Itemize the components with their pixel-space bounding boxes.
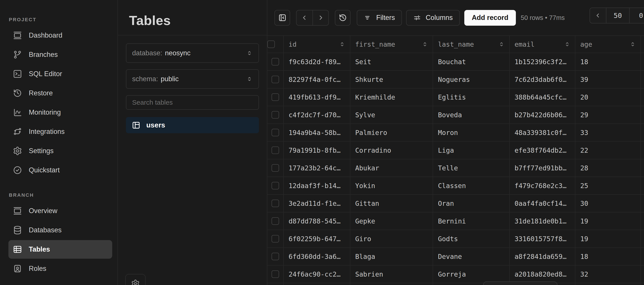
row-checkbox[interactable] bbox=[272, 76, 279, 83]
prev-page-button[interactable] bbox=[590, 8, 606, 23]
cell-id[interactable]: 6f02259b-647… bbox=[284, 230, 350, 248]
cell-first-name[interactable]: Sylve bbox=[350, 106, 433, 124]
cell-last-name[interactable]: Devane bbox=[433, 248, 510, 265]
cell-first-name[interactable]: Kriemhilde bbox=[350, 88, 433, 106]
cell-last-name[interactable]: Boveda bbox=[433, 106, 510, 124]
cell-age[interactable]: 25 bbox=[576, 177, 641, 194]
cell-age[interactable]: 30 bbox=[576, 195, 641, 212]
cell-id[interactable]: d87dd788-545… bbox=[284, 212, 350, 230]
table-list-item-users[interactable]: users bbox=[126, 117, 259, 133]
sidebar-item-branches[interactable]: Branches bbox=[8, 45, 112, 64]
cell-id[interactable]: f9c63d2d-f89… bbox=[284, 53, 350, 70]
cell-id[interactable]: 6fd360dd-3a6… bbox=[284, 248, 350, 265]
search-tables-input[interactable] bbox=[126, 95, 259, 110]
row-checkbox[interactable] bbox=[272, 253, 279, 260]
cell-age[interactable]: 22 bbox=[576, 142, 641, 159]
row-checkbox[interactable] bbox=[272, 111, 279, 118]
cell-email[interactable]: efe38f764db2… bbox=[510, 142, 576, 159]
query-history-button[interactable] bbox=[335, 10, 350, 26]
cell-email[interactable]: a2018a820ed8… bbox=[510, 266, 576, 283]
cell-id[interactable]: 12daaf3f-b14… bbox=[284, 177, 350, 194]
row-checkbox[interactable] bbox=[272, 182, 279, 190]
cell-last-name[interactable]: Gorreja bbox=[433, 266, 510, 283]
cell-age[interactable]: 32 bbox=[576, 266, 641, 283]
cell-age[interactable]: 18 bbox=[576, 53, 641, 70]
cell-last-name[interactable]: Godts bbox=[433, 230, 510, 248]
row-checkbox[interactable] bbox=[272, 164, 279, 172]
cell-id[interactable]: 177a23b2-64c… bbox=[284, 159, 350, 176]
cell-email[interactable]: 3316015757f8… bbox=[510, 230, 576, 248]
cell-email[interactable]: f479c768e2c3… bbox=[510, 177, 576, 194]
cell-id[interactable]: 419fb613-df9… bbox=[284, 88, 350, 106]
schema-select[interactable]: schema: public bbox=[126, 69, 259, 89]
sidebar-item-roles[interactable]: Roles bbox=[8, 259, 112, 278]
cell-last-name[interactable]: Bernini bbox=[433, 212, 510, 230]
cell-id[interactable]: 194a9b4a-58b… bbox=[284, 124, 350, 141]
forward-button[interactable] bbox=[312, 10, 328, 25]
row-checkbox[interactable] bbox=[272, 94, 279, 101]
cell-first-name[interactable]: Palmiero bbox=[350, 124, 433, 141]
back-button[interactable] bbox=[296, 10, 312, 25]
panel-settings-button[interactable] bbox=[125, 274, 146, 285]
cell-email[interactable]: a8f2841da659… bbox=[510, 248, 576, 265]
cell-first-name[interactable]: Yokin bbox=[350, 177, 433, 194]
cell-age[interactable]: 33 bbox=[576, 124, 641, 141]
sidebar-item-dashboard[interactable]: Dashboard bbox=[8, 26, 112, 45]
add-record-button[interactable]: Add record bbox=[464, 10, 516, 26]
cell-age[interactable]: 20 bbox=[576, 88, 641, 106]
column-header-last-name[interactable]: last_name bbox=[433, 36, 510, 53]
cell-email[interactable]: 7c62d3dab6f0… bbox=[510, 71, 576, 88]
cell-age[interactable]: 19 bbox=[576, 230, 641, 248]
select-all-checkbox[interactable] bbox=[267, 40, 275, 48]
cell-email[interactable]: 31de181de0b1… bbox=[510, 212, 576, 230]
cell-first-name[interactable]: Sabrien bbox=[350, 266, 433, 283]
cell-age[interactable]: 18 bbox=[576, 248, 641, 265]
row-checkbox[interactable] bbox=[272, 58, 279, 66]
row-checkbox[interactable] bbox=[272, 235, 279, 242]
cell-email[interactable]: b27b422d6b06… bbox=[510, 106, 576, 124]
cell-last-name[interactable]: Eglitis bbox=[433, 88, 510, 106]
cell-email[interactable]: 388b64a45cfc… bbox=[510, 88, 576, 106]
row-checkbox[interactable] bbox=[272, 200, 279, 207]
row-checkbox[interactable] bbox=[272, 270, 279, 278]
cell-email[interactable]: 0aaf4fa0cf14… bbox=[510, 195, 576, 212]
cell-last-name[interactable]: Telle bbox=[433, 159, 510, 176]
sidebar-item-sql-editor[interactable]: SQL Editor bbox=[8, 64, 112, 83]
cell-first-name[interactable]: Blaga bbox=[350, 248, 433, 265]
sidebar-item-tables[interactable]: Tables bbox=[8, 240, 112, 259]
cell-age[interactable]: 28 bbox=[576, 159, 641, 176]
cell-last-name[interactable]: Moron bbox=[433, 124, 510, 141]
cell-first-name[interactable]: Shkurte bbox=[350, 71, 433, 88]
cell-email[interactable]: b7ff77ed91bb… bbox=[510, 159, 576, 176]
cell-id[interactable]: 79a1991b-8fb… bbox=[284, 142, 350, 159]
cell-last-name[interactable]: Oran bbox=[433, 195, 510, 212]
column-header-id[interactable]: id bbox=[284, 36, 350, 53]
cell-email[interactable]: 1b152396c3f2… bbox=[510, 53, 576, 70]
row-checkbox[interactable] bbox=[272, 217, 279, 225]
database-select[interactable]: database: neosync bbox=[126, 43, 259, 63]
collapse-sidebar-button[interactable] bbox=[274, 10, 290, 26]
filters-button[interactable]: Filters bbox=[357, 10, 402, 26]
sidebar-item-integrations[interactable]: Integrations bbox=[8, 122, 112, 141]
row-checkbox[interactable] bbox=[272, 146, 279, 154]
cell-first-name[interactable]: Giro bbox=[350, 230, 433, 248]
cell-id[interactable]: 3e2ad11d-f1e… bbox=[284, 195, 350, 212]
cell-last-name[interactable]: Liga bbox=[433, 142, 510, 159]
cell-id[interactable]: 82297f4a-0fc… bbox=[284, 71, 350, 88]
cell-last-name[interactable]: Nogueras bbox=[433, 71, 510, 88]
cell-first-name[interactable]: Gittan bbox=[350, 195, 433, 212]
sidebar-item-quickstart[interactable]: Quickstart bbox=[8, 161, 112, 180]
cell-first-name[interactable]: Abukar bbox=[350, 159, 433, 176]
cell-age[interactable]: 19 bbox=[576, 212, 641, 230]
sidebar-item-databases[interactable]: Databases bbox=[8, 221, 112, 240]
cell-last-name[interactable]: Classen bbox=[433, 177, 510, 194]
columns-button[interactable]: Columns bbox=[406, 10, 460, 26]
cell-age[interactable]: 39 bbox=[576, 71, 641, 88]
column-header-email[interactable]: email bbox=[510, 36, 576, 53]
row-checkbox[interactable] bbox=[272, 129, 279, 136]
page-size-value[interactable]: 50 bbox=[606, 8, 629, 23]
cell-age[interactable]: 29 bbox=[576, 106, 641, 124]
cell-first-name[interactable]: Gepke bbox=[350, 212, 433, 230]
cell-email[interactable]: 48a339381c0f… bbox=[510, 124, 576, 141]
sidebar-item-overview[interactable]: Overview bbox=[8, 202, 112, 220]
